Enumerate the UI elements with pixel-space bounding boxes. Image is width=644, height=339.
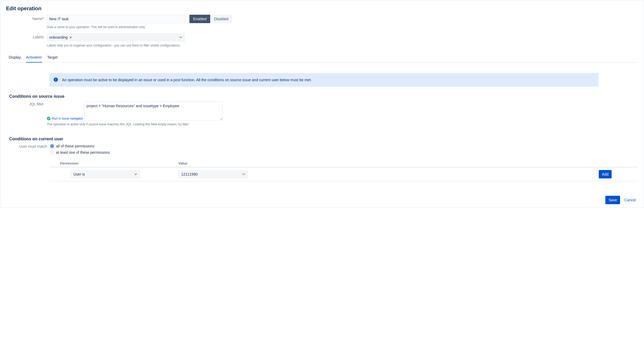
- name-control: [47, 15, 185, 23]
- radio-icon-checked: [50, 144, 54, 148]
- required-asterisk: *: [42, 17, 44, 21]
- name-label: Name*: [6, 15, 47, 21]
- permission-header: Permission: [49, 161, 178, 165]
- cancel-button[interactable]: Cancel: [622, 196, 638, 204]
- chevron-down-icon: [134, 173, 137, 176]
- disabled-button[interactable]: Disabled: [210, 15, 232, 23]
- jql-textarea[interactable]: [84, 101, 223, 120]
- info-icon: [54, 78, 58, 82]
- radio-option-any[interactable]: at least one of these permissions: [50, 150, 110, 155]
- radio-icon-unchecked: [50, 151, 54, 154]
- tab-activation[interactable]: Activation: [26, 53, 42, 63]
- source-section-title: Conditions on source issue: [6, 94, 638, 99]
- value-select-value: 12111990: [181, 172, 198, 176]
- radio-options: all of these permissions at least one of…: [50, 144, 110, 157]
- tab-target[interactable]: Target: [47, 53, 58, 62]
- svg-rect-1: [56, 79, 56, 81]
- run-link-text: Run in issue navigator: [52, 117, 83, 120]
- remove-label-icon[interactable]: ✕: [69, 35, 72, 39]
- svg-point-2: [56, 78, 56, 79]
- user-section-title: Conditions on current user: [6, 137, 638, 141]
- name-help-text: Give a name to your operation. This will…: [47, 25, 145, 29]
- chevron-down-icon: [179, 36, 182, 39]
- page-title: Edit operation: [6, 1, 638, 15]
- edit-operation-page: Edit operation Name* Enabled Disabled Gi…: [1, 1, 643, 208]
- labels-row: Labels onboarding ✕: [6, 33, 638, 42]
- info-banner: An operation must be active to be displa…: [49, 73, 598, 87]
- info-banner-text: An operation must be active to be displa…: [62, 78, 312, 82]
- chevron-down-icon: [242, 173, 245, 176]
- run-in-navigator-link[interactable]: Run in issue navigator: [47, 117, 83, 120]
- enabled-button[interactable]: Enabled: [189, 15, 210, 23]
- permission-select[interactable]: User is: [71, 170, 140, 178]
- save-button[interactable]: Save: [605, 196, 620, 204]
- user-match-row: User must match all of these permissions…: [6, 144, 638, 157]
- tabs: Display Activation Target: [6, 53, 638, 63]
- user-match-label: User must match: [6, 144, 50, 148]
- name-row: Name* Enabled Disabled: [6, 15, 638, 23]
- name-help-row: Give a name to your operation. This will…: [6, 24, 638, 32]
- footer-actions: Save Cancel: [605, 196, 638, 204]
- tab-content: An operation must be active to be displa…: [6, 63, 638, 181]
- label-chip: onboarding ✕: [49, 35, 72, 39]
- radio-all-label: all of these permissions: [56, 144, 94, 148]
- labels-help-text: Labels help you to organise your configu…: [47, 44, 180, 47]
- permission-table: Permission Value User is 12111990: [49, 160, 638, 181]
- tab-display[interactable]: Display: [9, 53, 21, 62]
- jql-help-text: The operation is active only if source i…: [47, 122, 223, 126]
- value-select[interactable]: 12111990: [178, 170, 248, 178]
- status-toggle-group: Enabled Disabled: [189, 15, 232, 23]
- check-circle-icon: [47, 117, 51, 120]
- add-button[interactable]: Add: [599, 170, 612, 178]
- labels-select[interactable]: onboarding ✕: [47, 33, 185, 42]
- jql-row: JQL filter Run in issue navigator The op…: [6, 101, 638, 129]
- permission-table-header: Permission Value: [49, 160, 638, 167]
- jql-label: JQL filter: [6, 101, 47, 106]
- permission-select-value: User is: [73, 172, 85, 176]
- name-label-text: Name: [32, 17, 42, 21]
- radio-option-all[interactable]: all of these permissions: [50, 144, 110, 148]
- name-input[interactable]: [47, 15, 185, 23]
- value-header: Value: [178, 161, 585, 165]
- label-chip-text: onboarding: [49, 35, 68, 39]
- radio-any-label: at least one of these permissions: [56, 150, 110, 155]
- labels-help-row: Labels help you to organise your configu…: [6, 43, 638, 50]
- permission-row: User is 12111990 Add: [49, 167, 638, 181]
- labels-label: Labels: [6, 33, 47, 39]
